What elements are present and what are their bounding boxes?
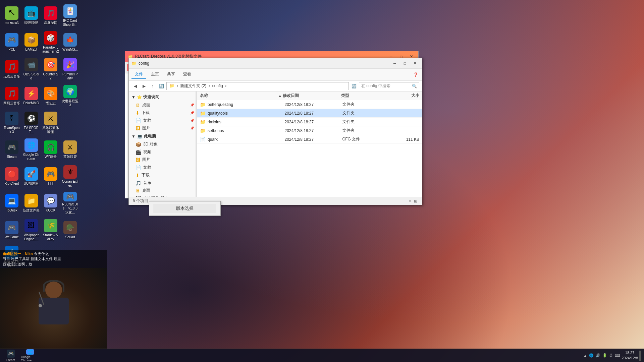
desktop-icon-obs[interactable]: 📹 OBS Studio (22, 56, 40, 82)
column-size-header[interactable]: 大小 (380, 93, 419, 99)
desktop-icon-paradox[interactable]: 🎲 Paradox Launcher v2 (42, 29, 60, 55)
sidebar-item-localdisk[interactable]: 💾 本地磁盘 (C:) (129, 194, 196, 197)
desktop-icon-pummel[interactable]: 🎉 Pummel Party (61, 56, 79, 82)
sidebar-item-3d[interactable]: 📦 3D 对象 (129, 140, 196, 148)
desktop-icon-chrome[interactable]: 🌐 Google Chrome (22, 137, 40, 162)
tab-view[interactable]: 查看 (180, 70, 195, 79)
desktop-icon-conan[interactable]: 🗡 Conan Exiles (61, 164, 79, 189)
systray-volume-icon[interactable]: 🔊 (596, 353, 600, 358)
desktop-icon-irc[interactable]: 🃏 IRC Card Shop Si... (61, 3, 79, 28)
file-row-rlmixins[interactable]: 📁 rlmixins 2024/12/8 18:27 文件夹 (197, 118, 422, 126)
forward-button[interactable]: ▶ (140, 82, 148, 90)
explorer-close-button[interactable]: ✕ (411, 60, 419, 67)
desktop-icon-stardew[interactable]: 🌾 Stardew Valley (42, 217, 60, 243)
desktop-icon-wangyi[interactable]: 🎧 WY语音 (42, 137, 60, 162)
sidebar-item-pictures[interactable]: 🖼 图片 📌 (129, 124, 196, 132)
wallpaper-icon: 🖼 (24, 219, 38, 232)
desktop-icon-uuclient[interactable]: 🚀 UU加速器 (22, 164, 40, 189)
up-button[interactable]: ↑ (149, 82, 156, 90)
sidebar-item-pictures2[interactable]: 🖼 图片 (129, 156, 196, 164)
desktop-icon-teamspeak[interactable]: 🎙 TeamSpeak 3 (3, 110, 21, 135)
back-button[interactable]: ◀ (131, 82, 139, 90)
desktop-icon-steam[interactable]: 🎮 Steam (3, 137, 21, 162)
column-type-header[interactable]: 类型 (341, 93, 380, 99)
wangyiyun2-label: 无线云音乐 (3, 74, 20, 78)
sidebar-section-thispc[interactable]: ▼ 💻 此电脑 (129, 132, 196, 140)
easports-label: EA SPORT... (23, 126, 40, 134)
desktop-icon-kook[interactable]: 💬 KOOK (42, 190, 60, 216)
sidebar-section-quickaccess[interactable]: ▼ ⭐ 快速访问 (129, 93, 196, 101)
desktop-icon-pcl[interactable]: 🎮 PCL (3, 29, 21, 55)
desktop-icon-yingxiong[interactable]: ⚔ 英雄联数体验服 (42, 110, 60, 135)
sidebar-localdisk-label: 本地磁盘 (C:) (143, 195, 167, 197)
desktop-icon-wuyizhi[interactable]: 🎨 悟艺志 (42, 83, 60, 109)
sidebar-item-music[interactable]: 🎵 音乐 (129, 179, 196, 187)
explorer-maximize-button[interactable]: □ (400, 60, 409, 67)
breadcrumb-config[interactable]: config (212, 83, 223, 88)
systray-lang[interactable]: 英 (609, 353, 613, 358)
tab-file[interactable]: 文件 (131, 70, 146, 79)
desktop-icon-minecraft[interactable]: ⛏ minecraft (3, 3, 21, 28)
tab-share[interactable]: 共享 (164, 70, 178, 79)
column-date-header[interactable]: 修改日期 (283, 93, 341, 99)
taskbar-item-steam[interactable]: 🎮 Steam (1, 349, 20, 362)
sidebar-item-downloads[interactable]: ⬇ 下载 📌 (129, 109, 196, 117)
desktop-icon-wangyiyun2[interactable]: 🎵 无线云音乐 (3, 56, 21, 82)
sidebar-item-documents[interactable]: 📄 文档 📌 (129, 117, 196, 124)
systray-battery-icon[interactable]: 🔋 (602, 353, 607, 358)
pin-icon-downloads: 📌 (190, 111, 194, 115)
desktop-icon-squad[interactable]: 🪖 Squad (61, 217, 79, 243)
list-view-button[interactable]: ≡ (408, 198, 412, 204)
file-row-quark[interactable]: 📄 quark 2024/12/8 18:27 CFG 文件 111 KB (197, 135, 422, 144)
sidebar-item-desktop[interactable]: 🖥 桌面 📌 (129, 101, 196, 109)
taskbar-item-chrome[interactable]: 🌐 Google Chrome (21, 349, 40, 362)
file-type-betterquesting: 文件夹 (342, 102, 381, 107)
systray-keyboard-icon[interactable]: ⌨ (615, 353, 620, 358)
grid-view-button[interactable]: ⊞ (413, 198, 418, 204)
taskbar-show-desktop-button[interactable] (639, 351, 641, 361)
desktop-icon-bilibili[interactable]: 📺 哔哩哔哩 (22, 3, 40, 28)
sidebar-item-desktop2[interactable]: 🖥 桌面 (129, 187, 196, 194)
breadcrumb[interactable]: 📁 › 新建文件夹 (2) › config › (166, 82, 349, 90)
desktop-icon-pokemmo[interactable]: ⚡ PokéMMO (22, 83, 40, 109)
breadcrumb-refresh-button[interactable]: 🔄 (350, 82, 358, 90)
desktop-icon-wegame[interactable]: 🎮 WeGame (3, 217, 21, 243)
desktop-icon-counter[interactable]: 🎯 Counter S 2 (42, 56, 60, 82)
desktop-icon-hero[interactable]: ⚔ 英雄联盟 (61, 137, 79, 162)
desktop-icon-riot[interactable]: 🔴 RiotClient (3, 164, 21, 189)
desktop-icon-wangyiyun[interactable]: 🎵 鑫鑫游网 (42, 3, 60, 28)
systray-network-icon[interactable]: 🌐 (589, 353, 594, 358)
column-name-header[interactable]: 名称 (200, 93, 278, 99)
desktop-icon-ttt[interactable]: 🎮 TTT (42, 164, 60, 189)
search-box[interactable]: 在 config 中搜索 🔍 (359, 82, 419, 90)
sidebar-item-documents2[interactable]: 📄 文档 (129, 164, 196, 171)
systray-expand-icon[interactable]: ▲ (583, 354, 587, 358)
desktop-icon-rlcraft[interactable]: 🎮 RLCraft Dre... v1.0.8汉化... (61, 190, 79, 216)
desktop-icon-netease[interactable]: 🎵 网易云音乐 (3, 83, 21, 109)
explorer-minimize-button[interactable]: ─ (390, 60, 399, 67)
refresh-button[interactable]: 🔄 (158, 82, 165, 90)
desktop-icon-wejoy[interactable]: 🌍 次世界联盟3 (61, 83, 79, 109)
desktop-icon-todesk[interactable]: 💻 ToDesk (3, 190, 21, 216)
taskbar-clock[interactable]: 18:27 2024/12/8 (622, 350, 638, 361)
desktop-icon-newfile[interactable]: 📁 新建文件夹 (22, 190, 40, 216)
steam-icon: 🎮 (5, 140, 18, 154)
breadcrumb-newfolder[interactable]: 新建文件夹 (2) (180, 83, 206, 88)
pokemmo-icon: ⚡ (24, 87, 38, 100)
breadcrumb-text: 📁 › 新建文件夹 (2) › config › (169, 83, 226, 89)
desktop-icon-wingms[interactable]: 🍁 WingMS... (61, 29, 79, 55)
file-row-betterquesting[interactable]: 📁 betterquesting 2024/12/8 18:27 文件夹 (197, 100, 422, 109)
version-select-button[interactable]: 版本选择 (154, 204, 216, 213)
explorer-window-controls[interactable]: ─ □ ✕ (390, 60, 419, 67)
help-button[interactable]: ❓ (412, 71, 419, 78)
desktop-icon-wallpaper[interactable]: 🖼 Wallpaper Engine:... (22, 217, 40, 243)
breadcrumb-root[interactable]: 📁 (169, 83, 174, 88)
sidebar-item-video[interactable]: 🎬 视频 (129, 148, 196, 156)
file-row-qualitytools[interactable]: 📁 qualitytools 2024/12/8 18:27 文件夹 (197, 109, 422, 118)
sidebar-item-downloads2[interactable]: ⬇ 下载 (129, 171, 196, 179)
file-row-setbonus[interactable]: 📁 setbonus 2024/12/8 18:27 文件夹 (197, 126, 422, 135)
desktop-icon-easports[interactable]: ⚽ EA SPORT... (22, 110, 40, 135)
desktop-icon-bamzu[interactable]: 📦 BAMZU (22, 29, 40, 55)
documents-folder-icon: 📄 (136, 118, 141, 123)
tab-home[interactable]: 主页 (148, 70, 162, 79)
